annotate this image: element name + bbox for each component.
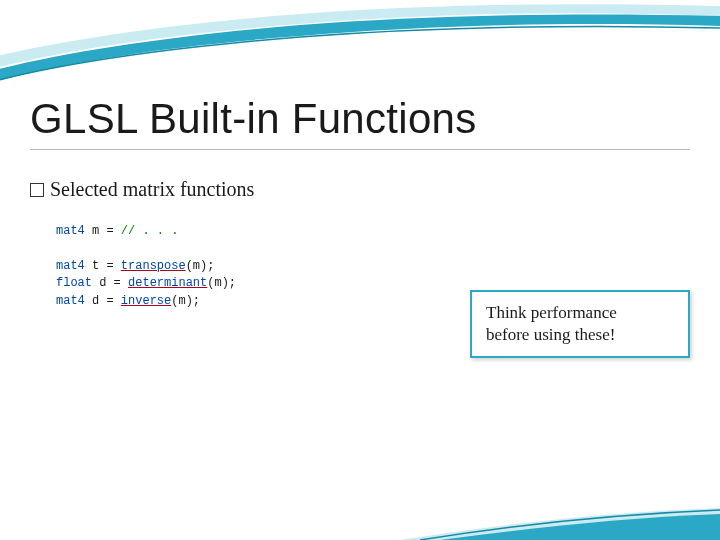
code-keyword: float (56, 276, 92, 290)
code-keyword: mat4 (56, 294, 85, 308)
code-text: (m); (186, 259, 215, 273)
code-keyword: mat4 (56, 259, 85, 273)
code-text: t = (85, 259, 121, 273)
code-function: inverse (121, 294, 171, 308)
performance-callout: Think performance before using these! (470, 290, 690, 358)
code-text: (m); (207, 276, 236, 290)
title-underline (30, 149, 690, 150)
callout-line-1: Think performance (486, 302, 674, 324)
code-text: m = (85, 224, 121, 238)
code-keyword: mat4 (56, 224, 85, 238)
code-function: transpose (121, 259, 186, 273)
code-comment: // . . . (121, 224, 179, 238)
subtitle-text: Selected matrix functions (50, 178, 254, 200)
decorative-top-swoosh (0, 0, 720, 95)
code-function: determinant (128, 276, 207, 290)
callout-line-2: before using these! (486, 324, 674, 346)
code-text: d = (85, 294, 121, 308)
slide-title: GLSL Built-in Functions (30, 95, 690, 143)
square-bullet-icon (30, 183, 44, 197)
decorative-bottom-swoosh (0, 480, 720, 540)
code-text: d = (92, 276, 128, 290)
slide-content: GLSL Built-in Functions Selected matrix … (30, 95, 690, 310)
code-text: (m); (171, 294, 200, 308)
slide-subtitle: Selected matrix functions (30, 178, 690, 201)
